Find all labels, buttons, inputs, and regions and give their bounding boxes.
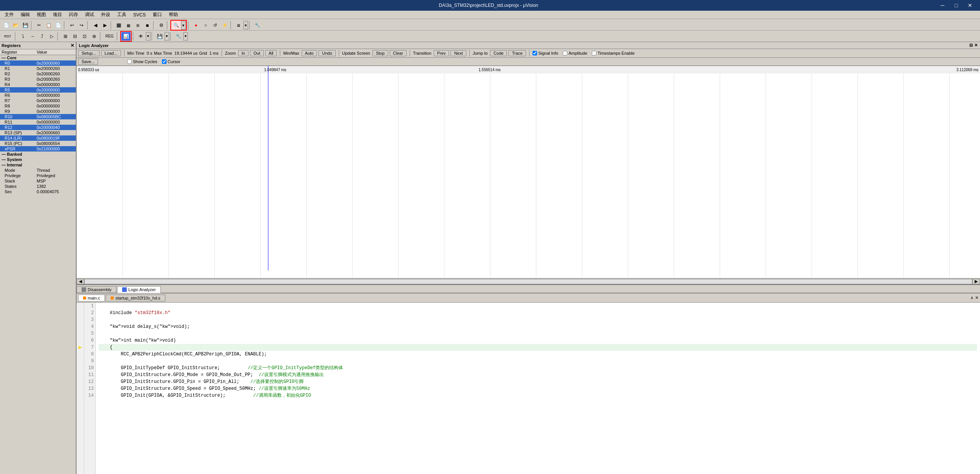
reg-row[interactable]: R15 (PC)0x08000554 xyxy=(0,141,76,146)
minimize-button[interactable]: ─ xyxy=(936,0,949,11)
load-button[interactable]: Load... xyxy=(101,50,121,56)
stop-build-btn[interactable]: ⏹ xyxy=(143,21,152,29)
extra-dropdown[interactable]: ▾ xyxy=(183,32,188,41)
collapse-btn[interactable]: ∧ xyxy=(970,295,973,300)
zoom-in-btn[interactable]: In xyxy=(238,50,248,56)
update-stop-btn[interactable]: Stop xyxy=(372,50,388,56)
debug-dropdown[interactable]: ▾ xyxy=(181,21,186,29)
menu-help[interactable]: 帮助 xyxy=(166,11,181,19)
reg-row[interactable]: R00x20000060 xyxy=(0,60,76,66)
reg-row[interactable]: xPSR0x21000000 xyxy=(0,146,76,151)
reg-row[interactable]: R20x20000260 xyxy=(0,71,76,77)
reg-row[interactable]: States1382 xyxy=(0,184,76,189)
back-btn[interactable]: ◀ xyxy=(91,21,100,29)
screen-dropdown[interactable]: ▾ xyxy=(243,21,248,29)
jump-code-btn[interactable]: Code xyxy=(490,50,507,56)
reg-row[interactable]: R60x00000000 xyxy=(0,93,76,98)
reg-row[interactable]: R10x20000260 xyxy=(0,66,76,71)
file-tab-main[interactable]: main.c xyxy=(78,295,105,301)
reg-btn[interactable]: REG xyxy=(103,32,116,41)
trans-prev-btn[interactable]: Prev xyxy=(434,50,449,56)
redo-btn[interactable]: ↪ xyxy=(77,21,86,29)
rst-btn[interactable]: RST xyxy=(2,32,14,41)
menu-file[interactable]: 文件 xyxy=(2,11,17,19)
reg-row[interactable]: R14 (LR)0x0800019F xyxy=(0,135,76,141)
debug-btn[interactable]: 🔍 xyxy=(172,21,181,29)
settings-btn[interactable]: 🔧 xyxy=(253,21,262,29)
scroll-track[interactable] xyxy=(84,279,972,284)
menu-window[interactable]: 窗口 xyxy=(150,11,165,19)
maximize-button[interactable]: □ xyxy=(949,0,963,11)
registers-close[interactable]: ✕ xyxy=(70,43,74,48)
menu-project[interactable]: 项目 xyxy=(50,11,65,19)
setup-button[interactable]: Setup... xyxy=(78,50,100,56)
step-btn[interactable]: → xyxy=(28,32,37,41)
run-to-btn[interactable]: ▷ xyxy=(47,32,56,41)
code-content[interactable]: #include "stm32f10x.h" "kw">void delay_s… xyxy=(96,303,980,474)
menu-svcs[interactable]: SVCS xyxy=(130,11,149,18)
reg-row[interactable]: R50x20000000 xyxy=(0,87,76,93)
reg-row[interactable]: ModeThread xyxy=(0,168,76,173)
watch-dropdown[interactable]: ▾ xyxy=(146,32,150,41)
tab-logic-analyzer[interactable]: Logic Analyzer xyxy=(117,286,161,293)
menu-debug[interactable]: 调试 xyxy=(82,11,97,19)
reg-row[interactable]: PrivilegePrivileged xyxy=(0,173,76,178)
step-in-btn[interactable]: ⤵ xyxy=(18,32,28,41)
logic-close-btn[interactable]: ✕ xyxy=(974,43,978,48)
menu-edit[interactable]: 编辑 xyxy=(18,11,33,19)
reg-row[interactable]: R90x00000000 xyxy=(0,109,76,114)
copy-btn[interactable]: 📋 xyxy=(44,21,53,29)
minmax-auto-btn[interactable]: Auto xyxy=(302,50,317,56)
cmd-btn3[interactable]: ⊡ xyxy=(80,32,89,41)
update-clear-btn[interactable]: Clear xyxy=(390,50,407,56)
build-all-btn[interactable]: ▦ xyxy=(124,21,133,29)
reg-row[interactable]: Sec0.00004075 xyxy=(0,189,76,194)
power-btn[interactable]: ⚡ xyxy=(220,21,229,29)
scroll-left-btn[interactable]: ◀ xyxy=(77,279,84,284)
cut-btn[interactable]: ✂ xyxy=(34,21,44,29)
close-button[interactable]: ✕ xyxy=(963,0,977,11)
show-cycles-checkbox[interactable]: Show Cycles xyxy=(127,59,157,64)
build-btn[interactable]: ⬛ xyxy=(114,21,123,29)
new-file-btn[interactable]: 📄 xyxy=(2,21,11,29)
show-cycles-input[interactable] xyxy=(127,59,132,64)
reg-row[interactable]: R40x00000000 xyxy=(0,82,76,87)
run-btn[interactable]: ● xyxy=(191,21,201,29)
extra-btn[interactable]: 🔧 xyxy=(174,32,183,41)
undo-btn[interactable]: ↩ xyxy=(67,21,77,29)
manage-btn[interactable]: ⚙ xyxy=(157,21,166,29)
menu-peripheral[interactable]: 外设 xyxy=(98,11,113,19)
stop-btn[interactable]: ○ xyxy=(201,21,210,29)
forward-btn[interactable]: ▶ xyxy=(100,21,109,29)
reg-row[interactable]: R100x080005BC xyxy=(0,114,76,119)
open-file-btn[interactable]: 📂 xyxy=(11,21,20,29)
cmd-btn4[interactable]: ⊛ xyxy=(90,32,99,41)
screen-btn[interactable]: 🖥 xyxy=(234,21,243,29)
cursor-input[interactable] xyxy=(162,59,167,64)
step-out-btn[interactable]: ⤴ xyxy=(38,32,47,41)
paste-btn[interactable]: 📄 xyxy=(54,21,63,29)
signal-info-checkbox[interactable]: Signal Info xyxy=(532,51,558,55)
scroll-right-btn[interactable]: ▶ xyxy=(972,279,980,284)
reg-row[interactable]: R110x00000000 xyxy=(0,119,76,125)
amplitude-checkbox[interactable]: Amplitude xyxy=(563,51,587,55)
reg-row[interactable]: StackMSP xyxy=(0,178,76,184)
translate-btn[interactable]: ⊞ xyxy=(133,21,142,29)
mem-btn[interactable]: 💾 xyxy=(155,32,164,41)
watch-btn[interactable]: 👁 xyxy=(136,32,145,41)
zoom-out-btn[interactable]: Out xyxy=(250,50,264,56)
logic-float-btn[interactable]: ⊟ xyxy=(969,43,973,48)
reset-btn[interactable]: ↺ xyxy=(211,21,220,29)
zoom-all-btn[interactable]: All xyxy=(265,50,277,56)
tab-disassembly[interactable]: Disassembly xyxy=(77,286,116,293)
menu-flash[interactable]: 闪存 xyxy=(66,11,81,19)
cmd-btn1[interactable]: ⊞ xyxy=(61,32,70,41)
amplitude-input[interactable] xyxy=(563,51,567,55)
reg-row[interactable]: R70x00000000 xyxy=(0,98,76,103)
mem-dropdown[interactable]: ▾ xyxy=(165,32,169,41)
signal-info-input[interactable] xyxy=(532,51,537,55)
reg-row[interactable]: R120x20000040 xyxy=(0,125,76,130)
reg-row[interactable]: R13 (SP)0x20000660 xyxy=(0,130,76,135)
menu-view[interactable]: 视图 xyxy=(34,11,49,19)
menu-tools[interactable]: 工具 xyxy=(114,11,129,19)
